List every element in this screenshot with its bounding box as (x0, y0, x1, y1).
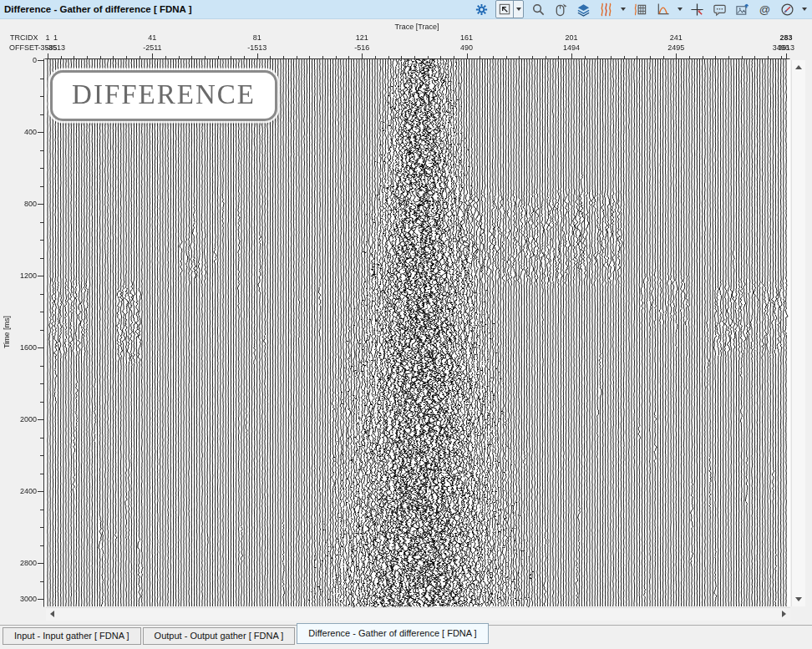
layers-icon[interactable] (575, 1, 591, 18)
scroll-down-arrow-icon[interactable] (795, 597, 802, 601)
amplitude-histogram-icon[interactable] (654, 1, 671, 18)
scroll-right-arrow-icon[interactable] (782, 611, 786, 617)
settings-gear-icon[interactable] (473, 1, 490, 18)
dropdown-arrow-icon[interactable] (802, 8, 807, 11)
title-bar: Difference - Gather of difference [ FDNA… (0, 0, 812, 19)
dropdown-arrow-icon[interactable] (678, 8, 683, 11)
dropdown-arrow-icon[interactable] (621, 8, 626, 11)
header-row-label-trcidx: TRCIDX (10, 33, 38, 42)
app-window: Difference - Gather of difference [ FDNA… (0, 0, 812, 649)
vertical-scrollbar[interactable] (791, 60, 805, 606)
tab-bar: Input - Input gather [ FDNA ] Output - O… (0, 625, 812, 649)
svg-text:@: @ (759, 3, 769, 15)
zoom-select-mode-icon[interactable] (496, 1, 513, 18)
difference-label-overlay: DIFFERENCE (50, 70, 277, 121)
scroll-up-arrow-icon[interactable] (795, 65, 802, 69)
annotation-comment-icon[interactable] (711, 1, 728, 18)
export-image-icon[interactable] (733, 1, 750, 18)
scroll-left-arrow-icon[interactable] (50, 611, 54, 617)
zoom-select-mode-icon-group[interactable] (495, 0, 524, 18)
magnifier-zoom-icon[interactable] (530, 1, 546, 18)
wiggle-display-mode-icon[interactable] (597, 1, 614, 18)
trace-table-icon[interactable] (632, 1, 648, 18)
dropdown-arrow-icon[interactable] (516, 8, 521, 11)
compass-navigation-icon[interactable] (779, 1, 795, 18)
window-title: Difference - Gather of difference [ FDNA… (0, 4, 192, 14)
horizontal-scrollbar[interactable] (46, 607, 790, 621)
mouse-pan-icon[interactable] (552, 1, 569, 18)
tab-output-gather[interactable]: Output - Output gather [ FDNA ] (143, 627, 296, 645)
toolbar: @ (473, 0, 807, 18)
tab-input-gather[interactable]: Input - Input gather [ FDNA ] (3, 627, 141, 645)
crosshair-pick-icon[interactable] (688, 1, 705, 18)
trace-axis-title: Trace [Trace] (48, 23, 786, 31)
locate-at-icon[interactable]: @ (756, 1, 773, 18)
tab-difference-gather[interactable]: Difference - Gather of difference [ FDNA… (297, 623, 488, 644)
time-axis-title: Time [ms] (3, 307, 12, 357)
header-row-label-offset: OFFSET (9, 43, 39, 52)
